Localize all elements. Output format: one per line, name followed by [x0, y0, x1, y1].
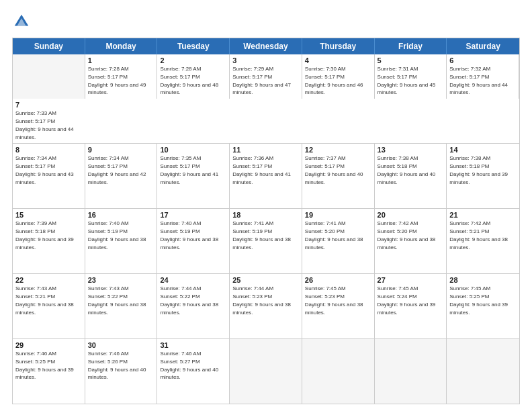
day-info: Sunrise: 7:46 AMSunset: 5:26 PMDaylight:…	[88, 351, 146, 380]
day-info: Sunrise: 7:45 AMSunset: 5:25 PMDaylight:…	[449, 285, 508, 315]
calendar-body: 1 Sunrise: 7:28 AMSunset: 5:17 PMDayligh…	[13, 54, 519, 404]
header-day: Wednesday	[230, 38, 302, 54]
day-number: 23	[88, 276, 154, 284]
calendar-header: SundayMondayTuesdayWednesdayThursdayFrid…	[13, 38, 519, 54]
day-number: 20	[378, 211, 444, 219]
day-number: 2	[160, 56, 226, 64]
day-number: 11	[232, 146, 299, 154]
header-day: Thursday	[302, 38, 375, 54]
logo	[12, 12, 34, 31]
header-day: Tuesday	[157, 38, 230, 54]
page: SundayMondayTuesdayWednesdayThursdayFrid…	[0, 0, 532, 411]
day-number: 31	[160, 341, 226, 349]
day-info: Sunrise: 7:35 AMSunset: 5:17 PMDaylight:…	[160, 155, 218, 185]
day-cell: 30 Sunrise: 7:46 AMSunset: 5:26 PMDaylig…	[85, 339, 158, 404]
empty-cell	[302, 339, 375, 404]
header-day: Monday	[85, 38, 158, 54]
logo-icon	[12, 12, 31, 31]
day-cell: 11 Sunrise: 7:36 AMSunset: 5:17 PMDaylig…	[230, 144, 302, 208]
day-number: 12	[305, 146, 371, 154]
day-info: Sunrise: 7:29 AMSunset: 5:17 PMDaylight:…	[232, 66, 291, 95]
day-info: Sunrise: 7:38 AMSunset: 5:18 PMDaylight:…	[378, 155, 436, 185]
day-cell: 12 Sunrise: 7:37 AMSunset: 5:17 PMDaylig…	[302, 144, 375, 208]
day-info: Sunrise: 7:32 AMSunset: 5:17 PMDaylight:…	[449, 66, 508, 95]
day-number: 13	[378, 146, 444, 154]
day-info: Sunrise: 7:38 AMSunset: 5:18 PMDaylight:…	[449, 155, 508, 185]
day-cell: 15 Sunrise: 7:39 AMSunset: 5:18 PMDaylig…	[13, 209, 85, 273]
day-info: Sunrise: 7:34 AMSunset: 5:17 PMDaylight:…	[88, 155, 146, 185]
day-cell: 24 Sunrise: 7:44 AMSunset: 5:22 PMDaylig…	[157, 274, 230, 338]
day-cell: 14 Sunrise: 7:38 AMSunset: 5:18 PMDaylig…	[447, 144, 519, 208]
calendar-row: 22 Sunrise: 7:43 AMSunset: 5:21 PMDaylig…	[13, 273, 519, 338]
day-info: Sunrise: 7:41 AMSunset: 5:19 PMDaylight:…	[232, 220, 291, 250]
day-number: 5	[378, 56, 444, 64]
day-cell: 21 Sunrise: 7:42 AMSunset: 5:21 PMDaylig…	[447, 209, 519, 273]
day-info: Sunrise: 7:33 AMSunset: 5:17 PMDaylight:…	[15, 110, 74, 140]
empty-cell	[375, 339, 447, 404]
day-info: Sunrise: 7:36 AMSunset: 5:17 PMDaylight:…	[232, 155, 291, 185]
day-info: Sunrise: 7:46 AMSunset: 5:27 PMDaylight:…	[160, 351, 218, 380]
day-cell: 28 Sunrise: 7:45 AMSunset: 5:25 PMDaylig…	[447, 274, 519, 338]
day-cell: 22 Sunrise: 7:43 AMSunset: 5:21 PMDaylig…	[13, 274, 85, 338]
day-cell: 27 Sunrise: 7:45 AMSunset: 5:24 PMDaylig…	[375, 274, 447, 338]
day-cell: 19 Sunrise: 7:41 AMSunset: 5:20 PMDaylig…	[302, 209, 375, 273]
day-number: 24	[160, 276, 226, 284]
day-number: 4	[305, 56, 371, 64]
day-info: Sunrise: 7:41 AMSunset: 5:20 PMDaylight:…	[305, 220, 363, 250]
day-cell: 23 Sunrise: 7:43 AMSunset: 5:22 PMDaylig…	[85, 274, 158, 338]
day-info: Sunrise: 7:37 AMSunset: 5:17 PMDaylight:…	[305, 155, 363, 185]
day-cell: 29 Sunrise: 7:46 AMSunset: 5:25 PMDaylig…	[13, 339, 85, 404]
day-cell: 6 Sunrise: 7:32 AMSunset: 5:17 PMDayligh…	[447, 54, 519, 99]
day-cell: 9 Sunrise: 7:34 AMSunset: 5:17 PMDayligh…	[85, 144, 158, 208]
day-cell: 1 Sunrise: 7:28 AMSunset: 5:17 PMDayligh…	[85, 54, 158, 99]
day-cell: 8 Sunrise: 7:34 AMSunset: 5:17 PMDayligh…	[13, 144, 85, 208]
calendar-row: 8 Sunrise: 7:34 AMSunset: 5:17 PMDayligh…	[13, 143, 519, 208]
day-info: Sunrise: 7:40 AMSunset: 5:19 PMDaylight:…	[160, 220, 218, 250]
day-number: 6	[449, 56, 516, 64]
day-cell: 25 Sunrise: 7:44 AMSunset: 5:23 PMDaylig…	[230, 274, 302, 338]
day-cell: 31 Sunrise: 7:46 AMSunset: 5:27 PMDaylig…	[157, 339, 230, 404]
day-info: Sunrise: 7:45 AMSunset: 5:24 PMDaylight:…	[378, 285, 436, 315]
day-number: 17	[160, 211, 226, 219]
day-number: 16	[88, 211, 154, 219]
calendar: SundayMondayTuesdayWednesdayThursdayFrid…	[12, 38, 520, 404]
day-number: 22	[15, 276, 82, 284]
calendar-row: 29 Sunrise: 7:46 AMSunset: 5:25 PMDaylig…	[13, 338, 519, 404]
header-day: Friday	[375, 38, 447, 54]
day-info: Sunrise: 7:28 AMSunset: 5:17 PMDaylight:…	[160, 66, 218, 95]
day-number: 27	[378, 276, 444, 284]
calendar-row: 15 Sunrise: 7:39 AMSunset: 5:18 PMDaylig…	[13, 208, 519, 273]
day-cell: 10 Sunrise: 7:35 AMSunset: 5:17 PMDaylig…	[157, 144, 230, 208]
header	[12, 12, 520, 31]
day-info: Sunrise: 7:30 AMSunset: 5:17 PMDaylight:…	[305, 66, 363, 95]
day-info: Sunrise: 7:42 AMSunset: 5:20 PMDaylight:…	[378, 220, 436, 250]
day-info: Sunrise: 7:43 AMSunset: 5:22 PMDaylight:…	[88, 285, 146, 315]
day-cell: 13 Sunrise: 7:38 AMSunset: 5:18 PMDaylig…	[375, 144, 447, 208]
day-number: 14	[449, 146, 517, 154]
day-info: Sunrise: 7:44 AMSunset: 5:22 PMDaylight:…	[160, 285, 218, 315]
day-cell: 18 Sunrise: 7:41 AMSunset: 5:19 PMDaylig…	[230, 209, 302, 273]
day-info: Sunrise: 7:45 AMSunset: 5:23 PMDaylight:…	[305, 285, 363, 315]
day-number: 7	[15, 101, 83, 109]
header-day: Saturday	[447, 38, 519, 54]
day-number: 1	[88, 56, 154, 64]
header-day: Sunday	[13, 38, 85, 54]
empty-cell	[447, 339, 519, 404]
day-cell: 26 Sunrise: 7:45 AMSunset: 5:23 PMDaylig…	[302, 274, 375, 338]
day-info: Sunrise: 7:46 AMSunset: 5:25 PMDaylight:…	[15, 351, 74, 380]
day-number: 15	[15, 211, 82, 219]
day-number: 9	[88, 146, 154, 154]
day-cell: 3 Sunrise: 7:29 AMSunset: 5:17 PMDayligh…	[230, 54, 302, 99]
day-number: 28	[449, 276, 517, 284]
day-cell: 5 Sunrise: 7:31 AMSunset: 5:17 PMDayligh…	[375, 54, 447, 99]
day-info: Sunrise: 7:44 AMSunset: 5:23 PMDaylight:…	[232, 285, 291, 315]
day-number: 19	[305, 211, 371, 219]
day-info: Sunrise: 7:31 AMSunset: 5:17 PMDaylight:…	[378, 66, 436, 95]
day-number: 10	[160, 146, 226, 154]
day-number: 29	[15, 341, 82, 349]
empty-cell	[230, 339, 302, 404]
day-info: Sunrise: 7:40 AMSunset: 5:19 PMDaylight:…	[88, 220, 146, 250]
day-number: 25	[232, 276, 299, 284]
day-number: 8	[15, 146, 82, 154]
day-cell: 17 Sunrise: 7:40 AMSunset: 5:19 PMDaylig…	[157, 209, 230, 273]
